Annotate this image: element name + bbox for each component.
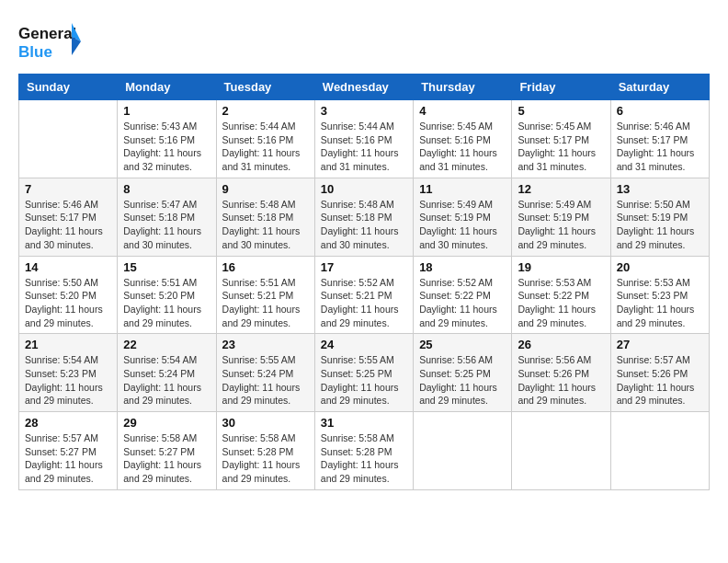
day-number: 27 [617, 338, 703, 351]
day-info: Sunrise: 5:58 AMSunset: 5:27 PMDaylight:… [123, 431, 210, 486]
weekday-header: Monday [118, 75, 216, 100]
day-info: Sunrise: 5:46 AMSunset: 5:17 PMDaylight:… [617, 120, 703, 174]
calendar-week-row: 21Sunrise: 5:54 AMSunset: 5:23 PMDayligh… [19, 334, 710, 412]
calendar-day-cell: 7Sunrise: 5:46 AMSunset: 5:17 PMDaylight… [19, 178, 118, 256]
day-info: Sunrise: 5:50 AMSunset: 5:19 PMDaylight:… [617, 198, 703, 252]
day-info: Sunrise: 5:56 AMSunset: 5:26 PMDaylight:… [518, 353, 604, 408]
calendar-day-cell: 6Sunrise: 5:46 AMSunset: 5:17 PMDaylight… [610, 100, 709, 178]
day-info: Sunrise: 5:55 AMSunset: 5:25 PMDaylight:… [321, 353, 407, 408]
calendar-day-cell: 30Sunrise: 5:58 AMSunset: 5:28 PMDayligh… [216, 412, 314, 490]
day-info: Sunrise: 5:44 AMSunset: 5:16 PMDaylight:… [222, 120, 309, 174]
day-number: 14 [25, 260, 111, 274]
day-number: 2 [222, 104, 309, 118]
day-number: 30 [222, 416, 309, 430]
day-number: 25 [419, 338, 506, 351]
day-info: Sunrise: 5:50 AMSunset: 5:20 PMDaylight:… [25, 276, 111, 330]
calendar-day-cell: 27Sunrise: 5:57 AMSunset: 5:26 PMDayligh… [610, 334, 709, 412]
calendar-day-cell: 31Sunrise: 5:58 AMSunset: 5:28 PMDayligh… [314, 412, 413, 490]
calendar-day-cell: 13Sunrise: 5:50 AMSunset: 5:19 PMDayligh… [610, 178, 709, 256]
calendar-day-cell: 15Sunrise: 5:51 AMSunset: 5:20 PMDayligh… [118, 256, 216, 334]
calendar-day-cell: 9Sunrise: 5:48 AMSunset: 5:18 PMDaylight… [216, 178, 314, 256]
calendar-week-row: 28Sunrise: 5:57 AMSunset: 5:27 PMDayligh… [19, 412, 710, 490]
day-number: 18 [419, 260, 506, 274]
day-info: Sunrise: 5:45 AMSunset: 5:16 PMDaylight:… [419, 120, 506, 174]
day-number: 1 [123, 104, 210, 118]
calendar-day-cell: 10Sunrise: 5:48 AMSunset: 5:18 PMDayligh… [314, 178, 413, 256]
day-number: 24 [321, 338, 407, 351]
day-info: Sunrise: 5:57 AMSunset: 5:26 PMDaylight:… [617, 353, 703, 408]
day-info: Sunrise: 5:54 AMSunset: 5:23 PMDaylight:… [25, 353, 111, 408]
day-info: Sunrise: 5:48 AMSunset: 5:18 PMDaylight:… [321, 198, 407, 252]
calendar-day-cell: 22Sunrise: 5:54 AMSunset: 5:24 PMDayligh… [118, 334, 216, 412]
day-info: Sunrise: 5:55 AMSunset: 5:24 PMDaylight:… [222, 353, 309, 408]
day-number: 6 [617, 104, 703, 118]
calendar-day-cell: 28Sunrise: 5:57 AMSunset: 5:27 PMDayligh… [19, 412, 118, 490]
day-number: 11 [419, 182, 506, 196]
calendar-day-cell: 26Sunrise: 5:56 AMSunset: 5:26 PMDayligh… [512, 334, 610, 412]
calendar-week-row: 1Sunrise: 5:43 AMSunset: 5:16 PMDaylight… [19, 100, 710, 178]
day-info: Sunrise: 5:51 AMSunset: 5:21 PMDaylight:… [222, 276, 309, 330]
day-number: 10 [321, 182, 407, 196]
calendar-day-cell [512, 412, 610, 490]
calendar-day-cell: 19Sunrise: 5:53 AMSunset: 5:22 PMDayligh… [512, 256, 610, 334]
weekday-header: Thursday [414, 75, 512, 100]
day-info: Sunrise: 5:47 AMSunset: 5:18 PMDaylight:… [123, 198, 210, 252]
day-info: Sunrise: 5:53 AMSunset: 5:22 PMDaylight:… [518, 276, 604, 330]
day-info: Sunrise: 5:57 AMSunset: 5:27 PMDaylight:… [25, 431, 111, 486]
day-info: Sunrise: 5:58 AMSunset: 5:28 PMDaylight:… [222, 431, 309, 486]
logo: GeneralBlue [18, 18, 83, 64]
day-number: 29 [123, 416, 210, 430]
day-info: Sunrise: 5:48 AMSunset: 5:18 PMDaylight:… [222, 198, 309, 252]
calendar-day-cell [19, 100, 118, 178]
calendar-day-cell: 21Sunrise: 5:54 AMSunset: 5:23 PMDayligh… [19, 334, 118, 412]
logo-svg: GeneralBlue [18, 18, 83, 64]
day-number: 16 [222, 260, 309, 274]
day-info: Sunrise: 5:51 AMSunset: 5:20 PMDaylight:… [123, 276, 210, 330]
day-info: Sunrise: 5:52 AMSunset: 5:22 PMDaylight:… [419, 276, 506, 330]
day-info: Sunrise: 5:52 AMSunset: 5:21 PMDaylight:… [321, 276, 407, 330]
day-number: 17 [321, 260, 407, 274]
day-number: 4 [419, 104, 506, 118]
day-info: Sunrise: 5:44 AMSunset: 5:16 PMDaylight:… [321, 120, 407, 174]
calendar-day-cell: 12Sunrise: 5:49 AMSunset: 5:19 PMDayligh… [512, 178, 610, 256]
calendar-day-cell: 3Sunrise: 5:44 AMSunset: 5:16 PMDaylight… [314, 100, 413, 178]
svg-text:General: General [18, 25, 76, 42]
calendar-week-row: 7Sunrise: 5:46 AMSunset: 5:17 PMDaylight… [19, 178, 710, 256]
day-info: Sunrise: 5:49 AMSunset: 5:19 PMDaylight:… [518, 198, 604, 252]
calendar-week-row: 14Sunrise: 5:50 AMSunset: 5:20 PMDayligh… [19, 256, 710, 334]
calendar-day-cell: 14Sunrise: 5:50 AMSunset: 5:20 PMDayligh… [19, 256, 118, 334]
day-number: 19 [518, 260, 604, 274]
day-info: Sunrise: 5:46 AMSunset: 5:17 PMDaylight:… [25, 198, 111, 252]
day-number: 7 [25, 182, 111, 196]
calendar-day-cell: 25Sunrise: 5:56 AMSunset: 5:25 PMDayligh… [414, 334, 512, 412]
calendar-day-cell: 8Sunrise: 5:47 AMSunset: 5:18 PMDaylight… [118, 178, 216, 256]
calendar-day-cell: 20Sunrise: 5:53 AMSunset: 5:23 PMDayligh… [610, 256, 709, 334]
day-number: 13 [617, 182, 703, 196]
day-number: 8 [123, 182, 210, 196]
calendar: SundayMondayTuesdayWednesdayThursdayFrid… [18, 74, 710, 490]
calendar-day-cell [414, 412, 512, 490]
calendar-day-cell: 17Sunrise: 5:52 AMSunset: 5:21 PMDayligh… [314, 256, 413, 334]
calendar-day-cell [610, 412, 709, 490]
day-info: Sunrise: 5:56 AMSunset: 5:25 PMDaylight:… [419, 353, 506, 408]
day-number: 9 [222, 182, 309, 196]
weekday-header: Friday [512, 75, 610, 100]
day-number: 5 [518, 104, 604, 118]
calendar-day-cell: 5Sunrise: 5:45 AMSunset: 5:17 PMDaylight… [512, 100, 610, 178]
day-info: Sunrise: 5:49 AMSunset: 5:19 PMDaylight:… [419, 198, 506, 252]
day-info: Sunrise: 5:54 AMSunset: 5:24 PMDaylight:… [123, 353, 210, 408]
day-info: Sunrise: 5:45 AMSunset: 5:17 PMDaylight:… [518, 120, 604, 174]
day-number: 15 [123, 260, 210, 274]
svg-text:Blue: Blue [18, 43, 52, 61]
calendar-day-cell: 24Sunrise: 5:55 AMSunset: 5:25 PMDayligh… [314, 334, 413, 412]
calendar-day-cell: 4Sunrise: 5:45 AMSunset: 5:16 PMDaylight… [414, 100, 512, 178]
calendar-day-cell: 29Sunrise: 5:58 AMSunset: 5:27 PMDayligh… [118, 412, 216, 490]
day-number: 20 [617, 260, 703, 274]
calendar-day-cell: 2Sunrise: 5:44 AMSunset: 5:16 PMDaylight… [216, 100, 314, 178]
weekday-header-row: SundayMondayTuesdayWednesdayThursdayFrid… [19, 75, 710, 100]
day-info: Sunrise: 5:43 AMSunset: 5:16 PMDaylight:… [123, 120, 210, 174]
day-number: 26 [518, 338, 604, 351]
day-number: 12 [518, 182, 604, 196]
day-info: Sunrise: 5:53 AMSunset: 5:23 PMDaylight:… [617, 276, 703, 330]
weekday-header: Wednesday [314, 75, 413, 100]
